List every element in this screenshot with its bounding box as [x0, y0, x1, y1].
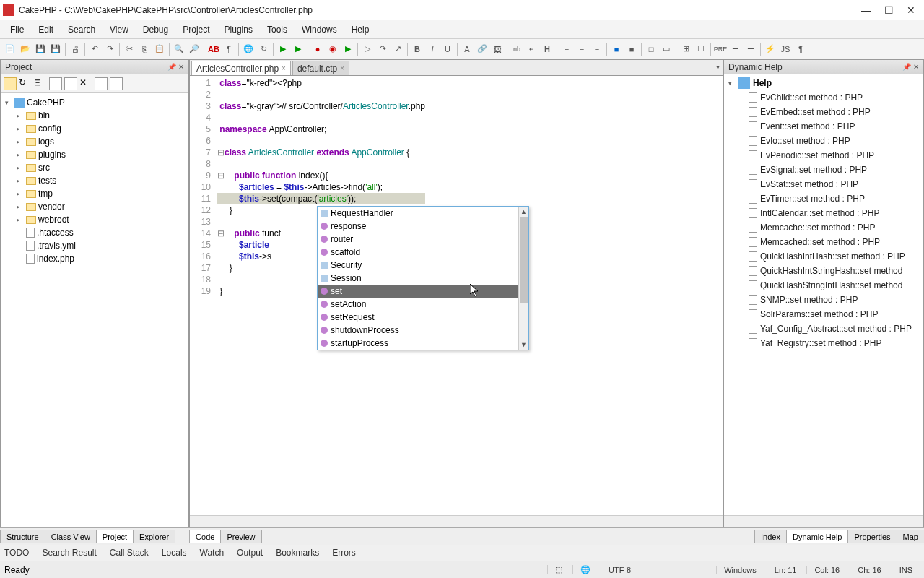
menu-file[interactable]: File: [3, 22, 31, 37]
help-item[interactable]: EvSignal::set method : PHP: [725, 163, 922, 177]
copyfile-icon[interactable]: [64, 77, 77, 90]
autocomplete-item[interactable]: router: [318, 233, 528, 246]
code-editor[interactable]: 12345678910111213141516171819 class="k-r…: [190, 76, 723, 515]
collapse-icon[interactable]: ⊟: [34, 77, 47, 90]
pin-icon[interactable]: 📌 ✕: [167, 63, 184, 71]
help-item[interactable]: Memcache::set method : PHP: [725, 220, 922, 235]
status-icon1[interactable]: ⬚: [547, 565, 570, 574]
menu-tools[interactable]: Tools: [260, 22, 295, 37]
bottom-tab-map[interactable]: Map: [897, 530, 924, 543]
tree-folder-logs[interactable]: ▸logs: [2, 135, 187, 148]
lower-tab-call-stack[interactable]: Call Stack: [110, 548, 149, 558]
bottom-tab-properties[interactable]: Properties: [847, 530, 897, 543]
list-icon[interactable]: ☰: [728, 42, 743, 56]
scroll-thumb[interactable]: [520, 217, 528, 303]
autocomplete-item[interactable]: shutdownProcess: [318, 324, 528, 337]
h-icon[interactable]: H: [540, 42, 554, 56]
help-item[interactable]: Yaf_Registry::set method : PHP: [725, 336, 922, 350]
stepout-icon[interactable]: ↗: [391, 42, 405, 56]
help-item[interactable]: QuickHashIntHash::set method : PHP: [725, 249, 922, 264]
help-item[interactable]: SNMP::set method : PHP: [725, 293, 922, 307]
help-body[interactable]: ▾ Help EvChild::set method : PHPEvEmbed:…: [724, 74, 923, 515]
tree-folder-vendor[interactable]: ▸vendor: [2, 200, 187, 213]
project-tree[interactable]: ▾CakePHP▸bin▸config▸logs▸plugins▸src▸tes…: [1, 93, 188, 527]
menu-windows[interactable]: Windows: [295, 22, 344, 37]
autocomplete-item[interactable]: setAction: [318, 298, 528, 311]
align-right-icon[interactable]: ≡: [590, 42, 604, 56]
bold-icon[interactable]: B: [410, 42, 424, 56]
autocomplete-item[interactable]: scaffold: [318, 246, 528, 259]
help-item[interactable]: EvPeriodic::set method : PHP: [725, 148, 922, 163]
color-icon[interactable]: ■: [609, 42, 624, 56]
close-tab-icon[interactable]: ×: [282, 64, 286, 72]
minimize-button[interactable]: —: [861, 4, 871, 16]
help-item[interactable]: EvEmbed::set method : PHP: [725, 105, 922, 119]
bottom-tab-preview[interactable]: Preview: [220, 530, 261, 543]
bottom-tab-structure[interactable]: Structure: [0, 530, 45, 543]
status-ins[interactable]: INS: [892, 566, 920, 574]
italic-icon[interactable]: I: [425, 42, 440, 56]
image-icon[interactable]: 🖼: [490, 42, 505, 56]
css-icon[interactable]: ⚡: [763, 42, 777, 56]
help-item[interactable]: QuickHashStringIntHash::set method: [725, 278, 922, 293]
debug-icon[interactable]: ▶: [291, 42, 305, 56]
stepover-icon[interactable]: ↷: [375, 42, 390, 56]
help-item[interactable]: EvChild::set method : PHP: [725, 90, 922, 105]
tree-folder-plugins[interactable]: ▸plugins: [2, 148, 187, 161]
js-icon[interactable]: JS: [778, 42, 793, 56]
save-icon[interactable]: 💾: [33, 42, 48, 56]
form-icon[interactable]: ☐: [694, 42, 708, 56]
newfile-icon[interactable]: [49, 77, 62, 90]
menu-help[interactable]: Help: [344, 22, 377, 37]
table-icon[interactable]: ⊞: [679, 42, 693, 56]
menu-project[interactable]: Project: [175, 22, 217, 37]
autocomplete-item[interactable]: set: [318, 285, 528, 298]
play-rec-icon[interactable]: ▶: [341, 42, 355, 56]
browser-icon[interactable]: 🌐: [241, 42, 256, 56]
tree-root[interactable]: ▾CakePHP: [2, 96, 187, 109]
record-icon[interactable]: ●: [310, 42, 325, 56]
redo-icon[interactable]: ↷: [103, 42, 117, 56]
tree-folder-config[interactable]: ▸config: [2, 122, 187, 135]
tree-folder-webroot[interactable]: ▸webroot: [2, 213, 187, 226]
cut-icon[interactable]: ✂: [122, 42, 136, 56]
print-icon[interactable]: 🖨: [68, 42, 82, 56]
scroll-up-icon[interactable]: ▲: [519, 207, 528, 217]
tree-file--travis-yml[interactable]: .travis.yml: [2, 239, 187, 252]
bottom-tab-project[interactable]: Project: [96, 530, 134, 543]
pin-icon[interactable]: 📌 ✕: [902, 63, 919, 71]
autocomplete-item[interactable]: setRequest: [318, 311, 528, 324]
maximize-button[interactable]: ☐: [884, 4, 894, 16]
div-icon[interactable]: □: [644, 42, 658, 56]
refresh-icon[interactable]: ↻: [256, 42, 271, 56]
menu-edit[interactable]: Edit: [31, 22, 61, 37]
editor-horizontal-scrollbar[interactable]: [190, 515, 723, 527]
bgcolor-icon[interactable]: ■: [624, 42, 639, 56]
scroll-down-icon[interactable]: ▼: [519, 340, 528, 350]
help-item[interactable]: Yaf_Config_Abstract::set method : PHP: [725, 322, 922, 336]
paste-icon[interactable]: 📋: [152, 42, 167, 56]
tabs-dropdown-icon[interactable]: ▾: [716, 63, 720, 71]
help-item[interactable]: EvTimer::set method : PHP: [725, 191, 922, 206]
open-icon[interactable]: 📂: [18, 42, 32, 56]
lower-tab-output[interactable]: Output: [237, 548, 263, 558]
bottom-tab-class-view[interactable]: Class View: [45, 530, 97, 543]
delete-icon[interactable]: ✕: [79, 77, 92, 90]
replace-icon[interactable]: 🔎: [187, 42, 201, 56]
menu-search[interactable]: Search: [61, 22, 103, 37]
tree-file--htaccess[interactable]: .htaccess: [2, 226, 187, 239]
br-icon[interactable]: ↵: [525, 42, 539, 56]
menu-view[interactable]: View: [103, 22, 136, 37]
align-center-icon[interactable]: ≡: [575, 42, 589, 56]
lower-tab-search-result[interactable]: Search Result: [42, 548, 96, 558]
help-item[interactable]: EvIo::set method : PHP: [725, 134, 922, 148]
olist-icon[interactable]: ☰: [744, 42, 758, 56]
search-icon[interactable]: 🔍: [172, 42, 186, 56]
underline-icon[interactable]: U: [440, 42, 455, 56]
status-icon2[interactable]: 🌐: [572, 565, 598, 574]
autocomplete-item[interactable]: response: [318, 220, 528, 233]
help-item[interactable]: IntlCalendar::set method : PHP: [725, 206, 922, 220]
undo-icon[interactable]: ↶: [87, 42, 102, 56]
tree-folder-tests[interactable]: ▸tests: [2, 174, 187, 187]
lower-tab-bookmarks[interactable]: Bookmarks: [276, 548, 319, 558]
